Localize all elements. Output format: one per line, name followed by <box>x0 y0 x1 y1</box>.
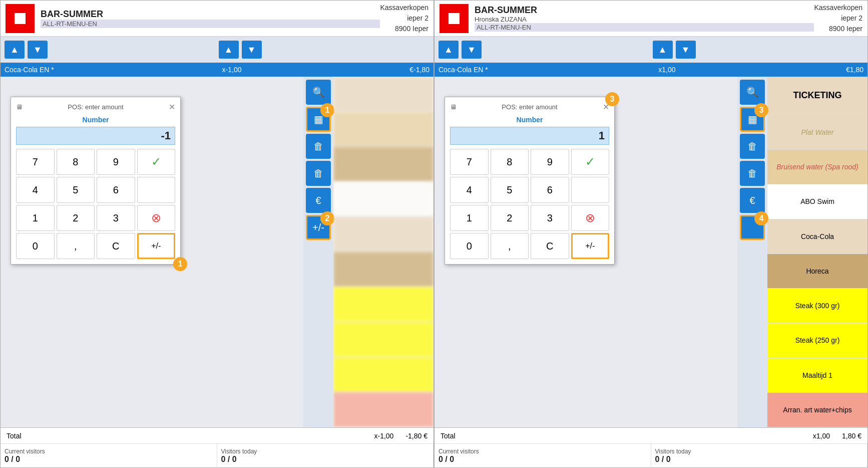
numpad-check-1[interactable]: ✓ <box>137 149 176 175</box>
numpad-1-2[interactable]: 1 <box>450 205 489 231</box>
menu-item-1-1[interactable] <box>333 77 433 112</box>
logo-1 <box>6 4 35 33</box>
menu-item-1-3[interactable] <box>333 147 433 182</box>
menu-item-1-4[interactable] <box>333 182 433 217</box>
numpad-c-1[interactable]: C <box>97 233 135 259</box>
current-visitors-block-1: Current visitors 0 / 0 <box>1 444 217 468</box>
numpad-cancel-2[interactable]: ⊗ <box>571 205 610 231</box>
nav-up-2[interactable]: ▲ <box>439 41 459 59</box>
numpad-4-1[interactable]: 4 <box>16 177 55 203</box>
numpad-6-2[interactable]: 6 <box>531 177 569 203</box>
action-euro-2[interactable]: € <box>740 188 765 213</box>
numpad-6-1[interactable]: 6 <box>97 177 135 203</box>
numpad-5-1[interactable]: 5 <box>57 177 95 203</box>
action-search-2[interactable]: 🔍 <box>740 80 765 105</box>
action-trash-2[interactable]: 🗑 <box>740 134 765 159</box>
numpad-check-2[interactable]: ✓ <box>571 149 610 175</box>
numpad-4-2[interactable]: 4 <box>450 177 489 203</box>
current-visitors-value-1: 0 / 0 <box>5 455 213 464</box>
modal-input-1[interactable] <box>16 127 175 145</box>
numpad-2-1[interactable]: 2 <box>57 205 95 231</box>
logo-inner-2 <box>449 13 460 24</box>
action-trash2-1[interactable]: 🗑 <box>306 161 331 186</box>
menu-item-steak-250[interactable]: Steak (250 gr) <box>767 323 867 358</box>
main-content-2: 🖥 POS: enter amount ✕ Number 7 8 9 ✓ 4 5… <box>435 77 867 427</box>
order-row-2[interactable]: Coca-Cola EN * x1,00 €1,80 <box>435 63 867 77</box>
menu-item-coca-cola[interactable]: Coca-Cola <box>767 219 867 254</box>
menu-item-horeca[interactable]: Horeca <box>767 254 867 289</box>
action-search-1[interactable]: 🔍 <box>306 80 331 105</box>
arran-label: Arran. art water+chips <box>783 406 851 414</box>
total-label-1: Total <box>7 432 22 440</box>
numpad-8-2[interactable]: 8 <box>491 149 529 175</box>
numpad-7-1[interactable]: 7 <box>16 149 55 175</box>
footer-total-right-2: x1,00 1,80 € <box>813 432 861 440</box>
menu-item-1-5[interactable] <box>333 217 433 252</box>
menu-item-1-2[interactable] <box>333 112 433 147</box>
nav-down-2[interactable]: ▼ <box>462 41 482 59</box>
nav-down-1[interactable]: ▼ <box>28 41 48 59</box>
numpad-7-2[interactable]: 7 <box>450 149 489 175</box>
menu-item-plat-water[interactable]: Plat Water <box>767 115 867 150</box>
numpad-0-2[interactable]: 0 <box>450 233 489 259</box>
action-4th-2[interactable]: 4 <box>740 215 765 240</box>
numpad-comma-2[interactable]: , <box>491 233 529 259</box>
numpad-0-1[interactable]: 0 <box>16 233 55 259</box>
menu-name-1: ALL-RT-MENU-EN <box>41 20 380 28</box>
menu-item-ticketing[interactable]: TICKETING <box>767 77 867 115</box>
numpad-3-2[interactable]: 3 <box>531 205 569 231</box>
left-side-1: 🖥 POS: enter amount ✕ Number 7 8 9 ✓ 4 5… <box>1 77 303 427</box>
menu-item-1-6[interactable] <box>333 252 433 287</box>
numpad-plusminus-1[interactable]: +/- <box>137 233 176 259</box>
action-euro-1[interactable]: € <box>306 188 331 213</box>
callout-2: 2 <box>320 211 334 225</box>
menu-item-1-10[interactable] <box>333 392 433 427</box>
numpad-9-2[interactable]: 9 <box>531 149 569 175</box>
action-grid-2[interactable]: ▦ 3 <box>740 107 765 132</box>
numpad-c-2[interactable]: C <box>531 233 569 259</box>
numpad-plusminus-2[interactable]: +/- 3 <box>571 233 610 259</box>
nav-up2-2[interactable]: ▲ <box>653 41 673 59</box>
order-row-1[interactable]: Coca-Cola EN * x-1,00 €-1,80 <box>1 63 433 77</box>
total-label-2: Total <box>441 432 456 440</box>
numpad-3-1[interactable]: 3 <box>97 205 135 231</box>
bar-name-2: BAR-SUMMER <box>475 5 814 16</box>
numpad-9-1[interactable]: 9 <box>97 149 135 175</box>
action-grid-1[interactable]: ▦ 1 <box>306 107 331 132</box>
menu-item-arran[interactable]: Arran. art water+chips <box>767 393 867 427</box>
action-trash2-2[interactable]: 🗑 <box>740 161 765 186</box>
menu-item-maaltijd[interactable]: Maaltijd 1 <box>767 358 867 393</box>
nav-up-1[interactable]: ▲ <box>5 41 25 59</box>
nav-up2-1[interactable]: ▲ <box>219 41 239 59</box>
menu-item-abo-swim[interactable]: ABO Swim <box>767 184 867 219</box>
modal-label-2: Number <box>450 116 609 124</box>
nav-down2-1[interactable]: ▼ <box>242 41 262 59</box>
nav-down2-2[interactable]: ▼ <box>676 41 696 59</box>
numpad-1-1[interactable]: 1 <box>16 205 55 231</box>
current-visitors-block-2: Current visitors 0 / 0 <box>435 444 651 468</box>
pos-enter-amount-modal-1: 🖥 POS: enter amount ✕ Number 7 8 9 ✓ 4 5… <box>11 97 181 265</box>
numpad-8-1[interactable]: 8 <box>57 149 95 175</box>
numpad-2-2[interactable]: 2 <box>491 205 529 231</box>
visitors-today-block-2: Visitors today 0 / 0 <box>651 444 868 468</box>
footer-total-1: Total x-1,00 -1,80 € <box>1 428 433 444</box>
total-qty-2: x1,00 <box>813 432 830 440</box>
action-trash-1[interactable]: 🗑 <box>306 134 331 159</box>
header-1: BAR-SUMMER ALL-RT-MENU-EN Kassaverkopen … <box>1 1 433 37</box>
footer-total-2: Total x1,00 1,80 € <box>435 428 867 444</box>
menu-item-1-7[interactable] <box>333 287 433 322</box>
modal-title-icon-2: 🖥 <box>450 103 457 111</box>
menu-item-1-8[interactable] <box>333 322 433 357</box>
numpad-cancel-1[interactable]: ⊗ <box>137 205 176 231</box>
modal-input-2[interactable] <box>450 127 609 145</box>
logo-2 <box>440 4 469 33</box>
callout-1b: 1 <box>320 103 334 117</box>
menu-item-1-9[interactable] <box>333 357 433 392</box>
menu-item-bruisend[interactable]: Bruisend water (Spa rood) <box>767 150 867 184</box>
numpad-5-2[interactable]: 5 <box>491 177 529 203</box>
current-visitors-value-2: 0 / 0 <box>439 455 647 464</box>
menu-item-steak-300[interactable]: Steak (300 gr) <box>767 289 867 323</box>
numpad-comma-1[interactable]: , <box>57 233 95 259</box>
action-plusminus-1[interactable]: +/- 2 <box>306 215 331 240</box>
modal-close-btn-1[interactable]: ✕ <box>169 102 175 112</box>
